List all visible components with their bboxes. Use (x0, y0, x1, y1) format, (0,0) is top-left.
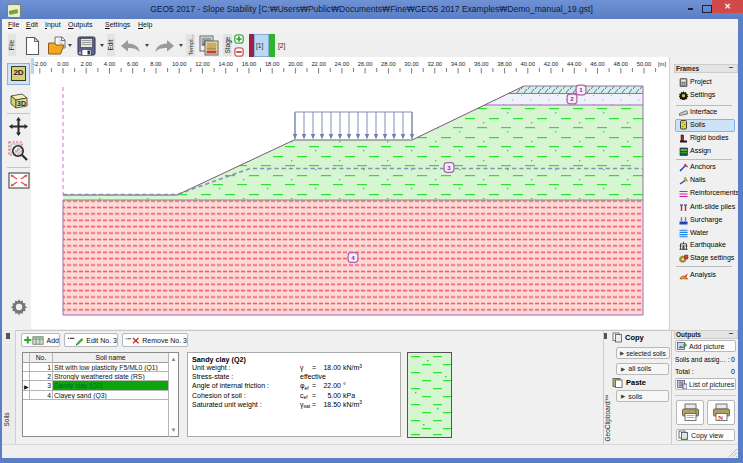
svg-text:46.00: 46.00 (590, 61, 605, 67)
svg-text:14.00: 14.00 (218, 61, 233, 67)
svg-text:42.00: 42.00 (544, 61, 559, 67)
svg-text:48.00: 48.00 (614, 61, 629, 67)
svg-text:3: 3 (447, 164, 451, 171)
svg-text:2.00: 2.00 (81, 61, 92, 67)
svg-text:44.00: 44.00 (567, 61, 582, 67)
svg-text:4: 4 (351, 254, 355, 261)
svg-text:4.00: 4.00 (104, 61, 115, 67)
svg-text:-2.00: -2.00 (33, 61, 46, 67)
svg-text:28.00: 28.00 (381, 61, 396, 67)
svg-text:36.00: 36.00 (474, 61, 489, 67)
svg-text:8.00: 8.00 (150, 61, 161, 67)
svg-text:3D: 3D (17, 100, 26, 107)
svg-text:22.00: 22.00 (311, 61, 326, 67)
svg-text:20.00: 20.00 (288, 61, 303, 67)
svg-text:6.00: 6.00 (127, 61, 138, 67)
svg-text:38.00: 38.00 (497, 61, 512, 67)
svg-text:16.00: 16.00 (242, 61, 257, 67)
svg-text:[m]: [m] (658, 61, 666, 67)
svg-text:30.00: 30.00 (404, 61, 419, 67)
svg-text:24.00: 24.00 (335, 61, 350, 67)
svg-text:2: 2 (570, 95, 574, 102)
svg-text:40.00: 40.00 (521, 61, 536, 67)
svg-text:N: N (718, 414, 723, 422)
svg-text:0.00: 0.00 (57, 61, 68, 67)
svg-text:10.00: 10.00 (172, 61, 187, 67)
svg-text:12.00: 12.00 (195, 61, 210, 67)
svg-text:18.00: 18.00 (265, 61, 280, 67)
svg-text:26.00: 26.00 (358, 61, 373, 67)
svg-text:32.00: 32.00 (428, 61, 443, 67)
svg-text:1: 1 (579, 86, 583, 93)
svg-text:34.00: 34.00 (451, 61, 466, 67)
svg-text:50.00: 50.00 (637, 61, 652, 67)
